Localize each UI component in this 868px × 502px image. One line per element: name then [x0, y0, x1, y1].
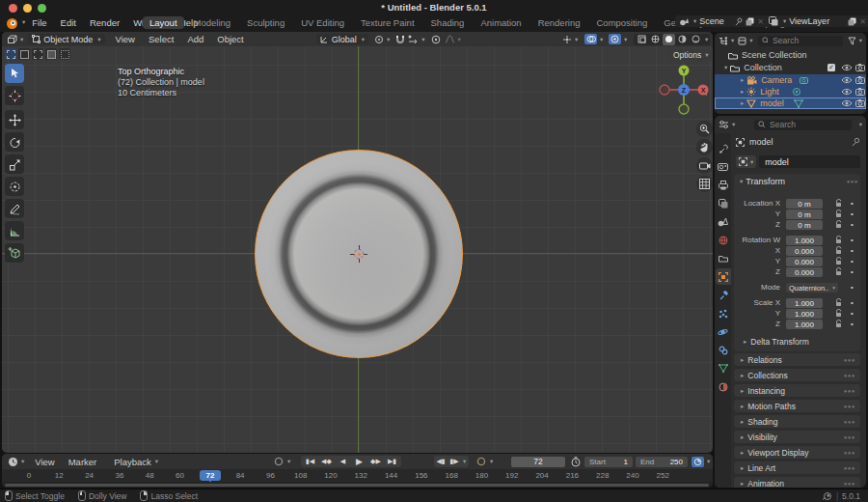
scale-y-field[interactable]: 1.000 — [786, 309, 823, 319]
tab-compositing[interactable]: Compositing — [590, 16, 655, 29]
outliner-row-scene-collection[interactable]: Scene Collection — [715, 49, 866, 61]
new-scene-icon[interactable] — [746, 13, 754, 30]
mode-dropdown[interactable]: Object Mode ▾ — [28, 34, 104, 44]
tab-physics[interactable] — [715, 323, 731, 340]
stopwatch-icon[interactable] — [571, 457, 581, 467]
tool-select-box[interactable] — [5, 64, 24, 83]
sidebar-collapse-arrow[interactable]: ‹ — [705, 90, 708, 98]
unlink-scene-icon[interactable]: ✕ — [757, 17, 764, 26]
location-z-field[interactable]: 0 m — [786, 220, 823, 230]
location-y-field[interactable]: 0 m — [786, 209, 823, 219]
outliner-editor-button[interactable]: ▾ — [719, 37, 734, 45]
object-id-dropdown[interactable]: ▾ — [736, 155, 756, 168]
disable-render-camera-icon[interactable] — [855, 88, 865, 96]
tab-rendering[interactable]: Rendering — [531, 16, 587, 29]
jump-to-end-button[interactable]: ▶▮ — [384, 456, 400, 467]
preview-range-toggle[interactable]: ▾ — [476, 457, 493, 466]
snap-toggle[interactable] — [395, 35, 405, 44]
disable-render-camera-icon[interactable] — [855, 64, 865, 71]
next-frame-button[interactable]: ▮▶ — [448, 456, 461, 467]
panel-relations[interactable]: ▸Relations●●● — [734, 353, 860, 366]
scale-x-field[interactable]: 1.000 — [786, 298, 823, 308]
tool-cursor[interactable] — [5, 86, 24, 105]
drag-grip-icon[interactable]: ●●● — [844, 450, 855, 456]
pin-icon[interactable] — [852, 137, 860, 147]
lock-icon[interactable] — [835, 267, 842, 276]
tab-view-layer[interactable] — [715, 195, 731, 211]
lock-icon[interactable] — [835, 320, 842, 328]
shading-dropdown[interactable]: ▾ — [705, 36, 708, 43]
expand-icon[interactable]: ▸ — [741, 76, 744, 84]
proportional-editing-toggle[interactable] — [431, 35, 441, 44]
tab-data[interactable] — [715, 360, 731, 376]
drag-grip-icon[interactable]: ●●● — [844, 434, 855, 440]
timeline-ruler[interactable]: 0 12 24 36 48 60 84 96 108 120 132 144 1… — [2, 469, 713, 482]
tab-sculpting[interactable]: Sculpting — [240, 16, 291, 29]
tool-transform[interactable] — [5, 177, 24, 196]
tab-animation[interactable]: Animation — [474, 16, 528, 29]
expand-icon[interactable]: ▸ — [741, 88, 744, 96]
toggle-orthographic-button[interactable] — [696, 176, 713, 192]
mesh-data-icon[interactable] — [794, 99, 803, 108]
tab-modeling[interactable]: Modeling — [187, 16, 238, 29]
lock-icon[interactable] — [835, 257, 842, 265]
shading-material-button[interactable] — [676, 34, 689, 45]
snap-settings-dropdown[interactable]: ▾ — [408, 35, 424, 43]
animate-dot[interactable]: • — [851, 236, 854, 245]
drag-grip-icon[interactable]: ●●● — [844, 388, 855, 394]
hide-eye-icon[interactable] — [841, 88, 853, 96]
timeline-scrollbar[interactable] — [5, 484, 709, 487]
lock-icon[interactable] — [835, 220, 842, 229]
outliner-row-collection[interactable]: ▾ Collection ✓ — [715, 62, 866, 73]
tab-constraints[interactable] — [715, 342, 731, 358]
outliner-row-camera[interactable]: ▸ Camera — [715, 74, 866, 86]
tool-rotate[interactable] — [5, 132, 24, 152]
tab-layout[interactable]: Layout — [143, 16, 184, 29]
menu-file[interactable]: File — [25, 17, 53, 28]
disable-render-camera-icon[interactable] — [855, 99, 865, 107]
lock-icon[interactable] — [835, 199, 842, 208]
animate-dot[interactable]: • — [851, 283, 854, 293]
play-button[interactable]: ▶ — [351, 456, 367, 467]
menu-render[interactable]: Render — [83, 17, 126, 28]
tab-tool[interactable] — [715, 140, 731, 156]
drag-grip-icon[interactable]: ●●● — [844, 357, 855, 363]
timeline-sync-toggle[interactable]: ▾ — [692, 457, 710, 467]
play-reverse-button[interactable]: ◀ — [335, 456, 351, 467]
animate-dot[interactable]: • — [851, 209, 854, 219]
timeline-menu-view[interactable]: View — [28, 457, 61, 467]
new-viewlayer-icon[interactable] — [848, 13, 856, 30]
auto-keying-toggle[interactable]: ▾ — [274, 457, 290, 466]
object-name-field[interactable]: model — [759, 155, 860, 168]
viewlayer-selector[interactable]: ▾ ViewLayer ✕ — [765, 15, 868, 27]
properties-options-dropdown[interactable]: ▾ — [859, 121, 862, 128]
pan-view-button[interactable] — [696, 139, 713, 155]
camera-data-icon[interactable] — [800, 76, 810, 84]
tab-modifiers[interactable] — [715, 287, 731, 303]
outliner-row-light[interactable]: ▸ Light — [715, 86, 866, 98]
tab-shading[interactable]: Shading — [424, 16, 472, 29]
animate-dot[interactable]: • — [851, 199, 854, 209]
animate-dot[interactable]: • — [851, 246, 854, 256]
toggle-xray-button[interactable] — [636, 34, 648, 45]
drag-grip-icon[interactable]: ●●● — [844, 373, 855, 378]
tab-object[interactable] — [716, 268, 731, 285]
blender-logo-icon[interactable] — [6, 16, 18, 29]
tool-annotate[interactable] — [5, 199, 24, 218]
tab-render[interactable] — [715, 158, 731, 175]
disable-render-camera-icon[interactable] — [855, 76, 865, 84]
zoom-view-button[interactable] — [696, 121, 713, 137]
drag-grip-icon[interactable]: ●●● — [844, 404, 855, 409]
tab-uv-editing[interactable]: UV Editing — [294, 16, 351, 29]
light-data-icon[interactable] — [792, 87, 801, 97]
viewport-menu-object[interactable]: Object — [210, 34, 250, 44]
lock-icon[interactable] — [835, 298, 842, 307]
pivot-point-dropdown[interactable]: ▾ — [374, 35, 390, 44]
select-mode-extend-button[interactable] — [18, 48, 30, 60]
rotation-x-field[interactable]: 0.000 — [786, 246, 823, 256]
drag-grip-icon[interactable]: ●●● — [844, 481, 855, 487]
show-overlays-dropdown[interactable]: ▾ — [584, 34, 603, 44]
transform-panel-header[interactable]: ▾ Transform ●●● — [738, 176, 858, 187]
select-mode-subtract-button[interactable] — [32, 48, 43, 60]
tool-move[interactable] — [5, 110, 24, 129]
